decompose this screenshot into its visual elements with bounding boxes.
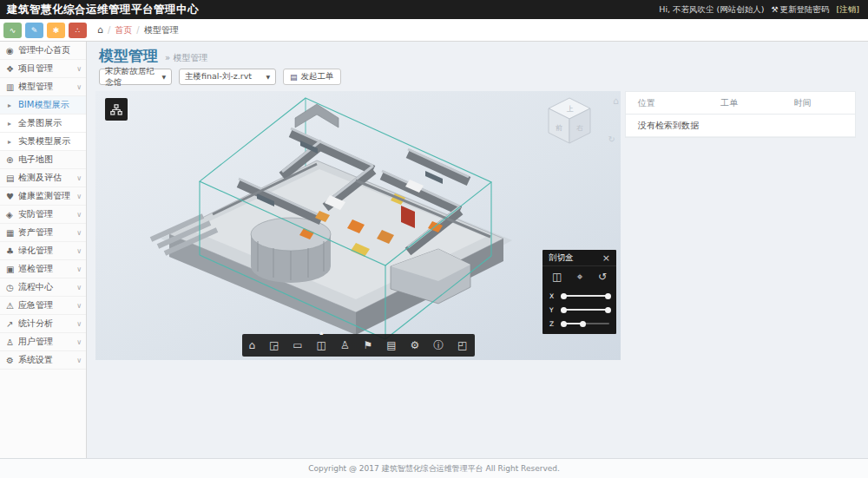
page-subcrumb: » 模型管理 bbox=[165, 52, 207, 64]
view-cube[interactable]: 上 前 右 bbox=[544, 95, 605, 152]
sidebar-item-settings[interactable]: ⚙ 系统设置 ∨ bbox=[0, 351, 86, 370]
dashboard-icon: ◉ bbox=[6, 46, 18, 56]
quick-chart-button[interactable]: ∿ bbox=[3, 23, 22, 38]
slider-handle[interactable] bbox=[580, 321, 586, 327]
walkthrough-button[interactable]: ♙ bbox=[340, 340, 350, 350]
properties-button[interactable]: ▤ bbox=[386, 340, 396, 350]
paw-icon: ✱ bbox=[53, 26, 60, 35]
chart-line-icon: ↗ bbox=[6, 319, 18, 329]
app-title: 建筑智慧化综合运维管理平台管理中心 bbox=[0, 3, 199, 17]
quick-actions: ∿ ✎ ✱ ∴ bbox=[0, 23, 87, 38]
logout-link[interactable]: [注销] bbox=[837, 4, 859, 16]
update-password-link[interactable]: ⚒更新登陆密码 bbox=[772, 4, 830, 16]
toolbar-breadcrumb-bar: ∿ ✎ ✱ ∴ ⌂ / 首页 / 模型管理 bbox=[0, 19, 868, 42]
viewer-settings-button[interactable]: ⚙ bbox=[410, 340, 419, 350]
slider-handle[interactable] bbox=[605, 293, 611, 299]
home-icon[interactable]: ⌂ bbox=[97, 24, 103, 36]
clip-slider-y[interactable] bbox=[561, 309, 609, 311]
info-button[interactable]: ⓘ bbox=[433, 340, 444, 350]
sidebar-item-map[interactable]: ⊕ 电子地图 bbox=[0, 151, 86, 169]
copyright-text: Copyright @ 2017 建筑智慧化综合运维管理平台 All Right… bbox=[308, 463, 560, 475]
create-work-order-button[interactable]: ▤ 发起工单 bbox=[283, 69, 341, 85]
cube-right-label: 右 bbox=[576, 124, 583, 132]
sidebar-item-home[interactable]: ◉ 管理中心首页 bbox=[0, 42, 86, 60]
viewer-home-button[interactable]: ⌂ bbox=[248, 340, 255, 350]
fullscreen-button[interactable]: ◰ bbox=[457, 340, 467, 350]
quick-paw-button[interactable]: ✱ bbox=[47, 23, 65, 38]
clip-reset-icon[interactable]: ↺ bbox=[598, 271, 607, 283]
viewer-toolbar: ⌂ ◲ ▭ ▴◫ ♙ ⚑ ▤ ⚙ ⓘ ◰ bbox=[242, 334, 475, 357]
sidebar-item-models[interactable]: ▥ 模型管理 ∨ bbox=[0, 78, 86, 96]
clip-focus-icon[interactable]: ⌖ bbox=[577, 271, 583, 283]
sidebar-item-statistics[interactable]: ↗ 统计分析 ∨ bbox=[0, 315, 86, 333]
wrench-icon: ⚒ bbox=[772, 5, 779, 14]
clip-slider-x[interactable] bbox=[561, 295, 609, 297]
model-tree-button[interactable] bbox=[105, 98, 128, 121]
sidebar-subitem-reality[interactable]: ▸ 实景模型展示 bbox=[0, 133, 86, 151]
section-button[interactable]: ▴◫ bbox=[317, 340, 326, 350]
sidebar-item-assets[interactable]: ▦ 资产管理 ∨ bbox=[0, 224, 86, 242]
slider-handle[interactable] bbox=[561, 321, 567, 327]
project-select[interactable]: 宋庆龄故居纪念馆 ▼ bbox=[99, 69, 172, 85]
slider-handle[interactable] bbox=[561, 307, 567, 313]
sidebar-subitem-panorama[interactable]: ▸ 全景图展示 bbox=[0, 115, 86, 133]
sidebar-item-emergency[interactable]: ⚠ 应急管理 ∨ bbox=[0, 297, 86, 315]
model-file-select[interactable]: 主楼final-刘-z.rvt ▼ bbox=[179, 69, 276, 85]
chevron-down-icon: ∨ bbox=[76, 193, 82, 200]
sitemap-icon bbox=[110, 104, 122, 115]
chevron-down-icon: ∨ bbox=[76, 302, 82, 310]
roam-button[interactable]: ⚑ bbox=[363, 340, 372, 350]
chevron-down-icon: ∨ bbox=[76, 229, 82, 237]
orbit-icon[interactable]: ↻ bbox=[608, 134, 615, 144]
breadcrumb-current: 模型管理 bbox=[144, 24, 179, 36]
column-time: 时间 bbox=[782, 97, 855, 109]
slider-handle[interactable] bbox=[561, 293, 567, 299]
user-icon: ♙ bbox=[6, 337, 18, 347]
globe-icon: ⊕ bbox=[6, 155, 18, 165]
top-header: 建筑智慧化综合运维管理平台管理中心 Hi, 不若风吹尘 (网站创始人) ⚒更新登… bbox=[0, 0, 868, 19]
main-content: 模型管理 » 模型管理 宋庆龄故居纪念馆 ▼ 主楼final-刘-z.rvt ▼… bbox=[87, 42, 868, 458]
view-home-icon[interactable]: ⌂ bbox=[613, 95, 619, 107]
app-root: 建筑智慧化综合运维管理平台管理中心 Hi, 不若风吹尘 (网站创始人) ⚒更新登… bbox=[0, 0, 868, 478]
clip-box-panel: 剖切盒 × ◫ ⌖ ↺ X Y bbox=[542, 250, 616, 334]
sidebar-item-patrol[interactable]: ▣ 巡检管理 ∨ bbox=[0, 260, 86, 278]
heart-icon: ♥ bbox=[6, 192, 18, 201]
table-empty-row: 没有检索到数据 bbox=[626, 115, 855, 137]
select-inspect-button[interactable]: ◲ bbox=[269, 340, 279, 350]
chevron-down-icon: ∨ bbox=[76, 83, 82, 91]
chevron-down-icon: ∨ bbox=[76, 338, 82, 346]
chevron-down-icon: ∨ bbox=[76, 265, 82, 273]
quick-edit-button[interactable]: ✎ bbox=[25, 23, 43, 38]
sidebar-item-greening[interactable]: ♣ 绿化管理 ∨ bbox=[0, 242, 86, 260]
clock-icon: ◷ bbox=[6, 283, 18, 292]
bullet-icon: ▸ bbox=[8, 101, 18, 109]
gear-icon: ⚙ bbox=[6, 356, 18, 365]
share-icon: ∴ bbox=[76, 26, 81, 35]
sidebar-item-users[interactable]: ♙ 用户管理 ∨ bbox=[0, 333, 86, 351]
calendar-icon: ▤ bbox=[6, 174, 18, 183]
model-controls: 宋庆龄故居纪念馆 ▼ 主楼final-刘-z.rvt ▼ ▤ 发起工单 bbox=[99, 69, 341, 85]
sidebar-submenu-models: ▸ BIM模型展示 ▸ 全景图展示 ▸ 实景模型展示 bbox=[0, 96, 86, 151]
sidebar-item-health[interactable]: ♥ 健康监测管理 ∨ bbox=[0, 187, 86, 206]
sidebar-item-projects[interactable]: ❖ 项目管理 ∨ bbox=[0, 60, 86, 78]
chevron-down-icon: ∨ bbox=[76, 65, 82, 73]
clip-slider-z[interactable] bbox=[561, 323, 609, 324]
measure-button[interactable]: ▭ bbox=[293, 340, 302, 350]
column-workorder: 工单 bbox=[708, 97, 781, 109]
column-location: 位置 bbox=[626, 97, 708, 109]
table-icon: ▦ bbox=[6, 228, 18, 238]
quick-share-button[interactable]: ∴ bbox=[69, 23, 87, 38]
close-icon[interactable]: × bbox=[602, 253, 610, 263]
sidebar-subitem-bim[interactable]: ▸ BIM模型展示 bbox=[0, 96, 86, 115]
slider-handle[interactable] bbox=[605, 307, 611, 313]
active-tool-marker: ▴ bbox=[319, 330, 323, 337]
user-greeting: Hi, 不若风吹尘 (网站创始人) bbox=[659, 4, 764, 16]
cube-top-label: 上 bbox=[566, 105, 574, 113]
bullet-icon: ▸ bbox=[8, 120, 18, 128]
breadcrumb-home[interactable]: 首页 bbox=[115, 24, 132, 36]
sidebar-item-process[interactable]: ◷ 流程中心 ∨ bbox=[0, 278, 86, 297]
sidebar-item-inspection-eval[interactable]: ▤ 检测及评估 ∨ bbox=[0, 169, 86, 187]
sidebar-item-security[interactable]: ◈ 安防管理 ∨ bbox=[0, 206, 86, 224]
calendar-check-icon: ▣ bbox=[6, 265, 18, 274]
clip-box-icon[interactable]: ◫ bbox=[552, 271, 562, 283]
